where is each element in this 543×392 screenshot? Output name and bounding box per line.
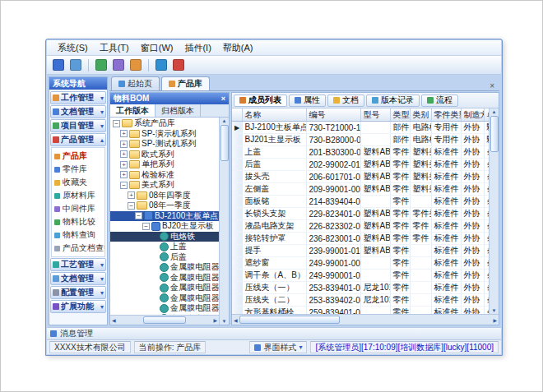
scroll-thumb[interactable] xyxy=(143,316,186,324)
column-header-零件类型[interactable]: 零件类型 xyxy=(431,108,461,122)
tab-成员列表[interactable]: 成员列表 xyxy=(234,95,287,107)
column-header-型号[interactable]: 型号 xyxy=(360,108,390,122)
tree-node[interactable]: −08年一季度 xyxy=(110,201,219,211)
close-icon[interactable]: × xyxy=(221,95,225,103)
table-row[interactable]: 面板铭214-839404-01E零件标准件外协条 xyxy=(232,196,489,208)
column-header-类型[interactable]: 类型 xyxy=(390,108,410,122)
scroll-left-icon[interactable]: ◀ xyxy=(234,317,238,323)
table-row[interactable]: BJ201主显示板730-B28000-04E部件电路板专用件外协颗 xyxy=(232,134,489,146)
message-panel-bar[interactable]: 消息管理 xyxy=(47,327,501,339)
table-row[interactable]: 压线夹（一）253-839401-00E尼龙1010零件标准件外协条 xyxy=(232,282,489,294)
table-row[interactable]: 提手239-99001-01E塑料ABS零件标准件外协条 xyxy=(232,245,489,257)
nav-group-文档管理[interactable]: 文档管理▾ xyxy=(50,105,106,118)
tree-node[interactable]: −BJ-2100主板单点 xyxy=(110,211,219,222)
tree-node[interactable]: +08年四季度 xyxy=(110,191,219,201)
scroll-thumb[interactable] xyxy=(490,116,499,152)
toolbar-button[interactable] xyxy=(154,58,169,72)
table-row[interactable]: 液晶电路支架226-823302-00E塑料ABS零件零件标准件外协条 xyxy=(232,220,489,233)
nav-item-物料比较[interactable]: 物料比较 xyxy=(52,215,104,228)
expander-icon[interactable]: − xyxy=(135,212,142,219)
expander-icon[interactable]: + xyxy=(120,161,128,168)
table-row[interactable]: 左侧盖209-99001-00E塑料ABS零件塑料类标准件外协条 xyxy=(232,183,489,196)
nav-item-原材料库[interactable]: 原材料库 xyxy=(52,189,104,202)
nav-item-产品库[interactable]: 产品库 xyxy=(52,150,104,163)
tab-属性[interactable]: 属性 xyxy=(289,95,326,107)
expander-icon[interactable]: + xyxy=(128,191,135,199)
scroll-thumb[interactable] xyxy=(239,316,340,324)
nav-group-工作管理[interactable]: 工作管理▾ xyxy=(50,91,106,104)
scroll-up-icon[interactable]: ▲ xyxy=(222,118,227,123)
column-header-制造方式[interactable]: 制造方式 xyxy=(461,108,484,122)
table-row[interactable]: 接轮转护罩236-823001-00E塑料ABS零件零件标准件外协条 xyxy=(232,233,489,245)
tree-node[interactable]: 金属膜电阻器 xyxy=(110,273,219,284)
scroll-down-icon[interactable]: ▼ xyxy=(222,319,227,324)
tree-node[interactable]: 电烙铁 xyxy=(110,232,219,242)
tree-node[interactable]: 金属膜电阻器 xyxy=(110,293,219,304)
tree-node[interactable]: 上盖 xyxy=(110,242,219,252)
tree-node[interactable]: +检验标准 xyxy=(110,170,219,181)
nav-item-零件库[interactable]: 零件库 xyxy=(52,163,104,176)
nav-group-扩展功能[interactable]: 扩展功能▾ xyxy=(50,300,106,313)
scroll-right-icon[interactable]: ▶ xyxy=(493,317,497,323)
scroll-up-icon[interactable]: ▲ xyxy=(492,109,497,114)
column-header-名称[interactable]: 名称 xyxy=(242,108,306,122)
bom-tab-工作版本[interactable]: 工作版本 xyxy=(110,104,155,117)
nav-item-收藏夹[interactable]: 收藏夹 xyxy=(52,176,104,189)
nav-item-中间件库[interactable]: 中间件库 xyxy=(52,202,104,215)
tree-node[interactable]: 金属膜电阻器 xyxy=(110,303,219,314)
menu-item[interactable]: 系统(S) xyxy=(52,41,94,55)
nav-item-产品文档查找[interactable]: 产品文档查找 xyxy=(52,242,104,255)
table-horizontal-scrollbar[interactable]: ◀ ▶ xyxy=(232,314,499,325)
ui-style-select[interactable]: 界面样式 ▾ xyxy=(249,341,307,353)
tab-产品库[interactable]: 产品库 xyxy=(161,76,210,90)
tree-node[interactable]: +SP-测试机系列 xyxy=(110,139,219,150)
table-row[interactable]: 长锁头支架229-823401-00E塑料ABS零件零件类标准件外协条 xyxy=(232,208,489,220)
tab-流程[interactable]: 流程 xyxy=(421,95,458,107)
bom-tab-归档版本[interactable]: 归档版本 xyxy=(155,104,201,117)
toolbar-button[interactable] xyxy=(51,58,66,72)
toolbar-button[interactable] xyxy=(128,58,143,72)
expander-icon[interactable]: + xyxy=(120,150,128,158)
scroll-down-icon[interactable]: ▼ xyxy=(492,308,497,313)
table-row[interactable]: 后盖202-99002-01E塑料ABS零件塑料类标准件外协条 xyxy=(232,159,489,171)
table-row[interactable]: 调干条（A、B）249-990001-01E零件标准件外协条 xyxy=(232,270,489,282)
tree-node[interactable]: −美式系列 xyxy=(110,180,219,191)
toolbar-button[interactable] xyxy=(94,58,109,72)
expander-icon[interactable]: + xyxy=(120,130,128,137)
table-vertical-scrollbar[interactable]: ▲ ▼ xyxy=(489,108,499,314)
tree-node[interactable]: −系统产品库 xyxy=(110,118,219,129)
column-header-编号[interactable]: 编号 xyxy=(306,108,360,122)
tree-node[interactable]: −BJ20主显示板 xyxy=(110,221,219,232)
nav-group-配置管理[interactable]: 配置管理▾ xyxy=(50,286,106,299)
menu-item[interactable]: 窗口(W) xyxy=(135,41,179,55)
nav-group-工艺管理[interactable]: 工艺管理▾ xyxy=(50,258,106,271)
tab-起始页[interactable]: 起始页 xyxy=(111,76,160,90)
toolbar-button[interactable] xyxy=(171,58,186,72)
expander-icon[interactable]: − xyxy=(128,202,135,210)
tree-node[interactable]: +单把系列 xyxy=(110,159,219,170)
nav-group-文档管理[interactable]: 文档管理▾ xyxy=(50,272,106,285)
tree-node[interactable]: +SP-演示机系列 xyxy=(110,129,219,140)
toolbar-button[interactable] xyxy=(111,58,126,72)
expander-icon[interactable]: − xyxy=(142,223,150,230)
tree-node[interactable]: 后盖 xyxy=(110,252,219,263)
expander-icon[interactable]: − xyxy=(120,182,128,189)
expander-icon[interactable]: + xyxy=(120,171,128,178)
table-row[interactable]: 上盖201-B30300-00E塑料ABS零件塑料类标准件外协条 xyxy=(232,146,489,159)
tab-文档[interactable]: 文档 xyxy=(327,95,364,107)
tree-node[interactable]: +欧式系列 xyxy=(110,150,219,160)
tab-版本记录[interactable]: 版本记录 xyxy=(366,95,420,107)
nav-group-产品管理[interactable]: 产品管理▴ xyxy=(50,133,106,146)
scroll-thumb[interactable] xyxy=(220,125,229,161)
expander-icon[interactable]: − xyxy=(113,120,120,127)
table-row[interactable]: 拔头壳206-601701-01E塑料ABS零件塑料类标准件外协条 xyxy=(232,171,489,183)
toolbar-button[interactable] xyxy=(68,58,83,72)
table-row[interactable]: 遮纱窗249-99001-00E零件标准件外协条 xyxy=(232,257,489,270)
nav-item-物料查询[interactable]: 物料查询 xyxy=(52,228,104,242)
expander-icon[interactable]: + xyxy=(120,141,128,148)
table-row[interactable]: ▶BJ-2100主板单点730-T21000-12E部件电路板专用件外协颗 xyxy=(232,122,489,134)
tree-node[interactable]: 金属膜电阻器 xyxy=(110,283,219,293)
tree-vertical-scrollbar[interactable]: ▲ ▼ xyxy=(219,118,229,325)
scroll-right-icon[interactable]: ▶ xyxy=(213,317,217,323)
nav-group-项目管理[interactable]: 项目管理▾ xyxy=(50,119,106,132)
